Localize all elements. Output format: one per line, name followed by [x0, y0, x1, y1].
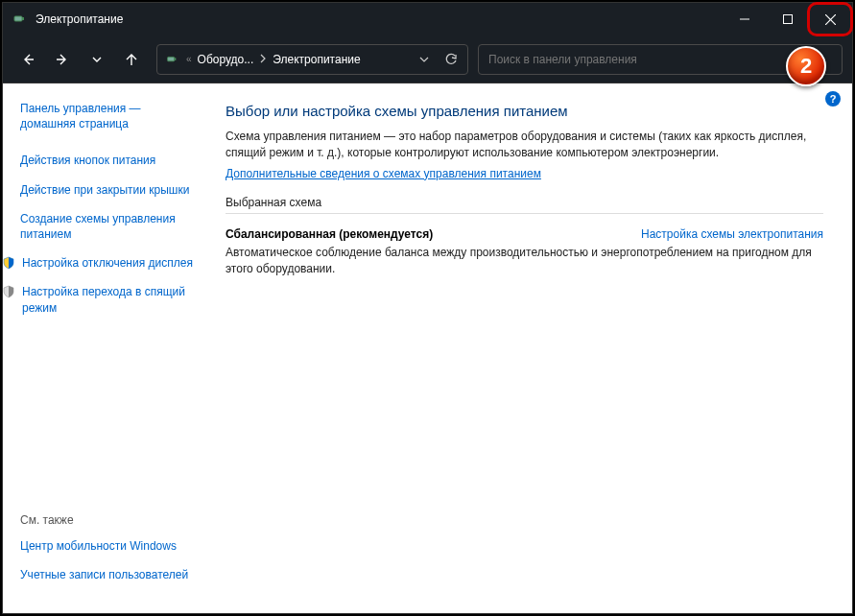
power-options-icon — [11, 11, 28, 28]
recent-dropdown[interactable] — [82, 44, 112, 75]
see-also-heading: См. также — [20, 513, 199, 527]
page-description: Схема управления питанием — это набор па… — [226, 129, 823, 162]
svg-rect-6 — [168, 57, 175, 60]
refresh-button[interactable] — [440, 49, 462, 70]
control-panel-window: Электропитание — [2, 2, 853, 614]
address-bar[interactable]: « Оборудо... Электропитание — [156, 44, 468, 75]
back-button[interactable] — [12, 44, 43, 75]
step-number-badge: 2 — [786, 46, 826, 86]
sidebar-item-label: Настройка перехода в спящий режим — [22, 284, 199, 315]
refresh-icon — [444, 53, 458, 66]
arrow-up-icon — [124, 52, 139, 67]
sidebar-lid-action-link[interactable]: Действие при закрытии крышки — [20, 182, 199, 198]
content-area: ? Панель управления — домашняя страница … — [3, 83, 852, 613]
chevron-down-icon — [419, 55, 429, 64]
svg-rect-3 — [783, 15, 792, 24]
svg-rect-7 — [175, 58, 177, 60]
selected-plan-label: Выбранная схема — [226, 196, 823, 214]
sidebar-display-off-link[interactable]: Настройка отключения дисплея — [1, 255, 199, 271]
search-input[interactable] — [488, 53, 832, 66]
address-dropdown[interactable] — [414, 49, 435, 70]
minimize-button[interactable] — [723, 3, 766, 36]
sidebar-sleep-link[interactable]: Настройка перехода в спящий режим — [1, 284, 199, 315]
sidebar-user-accounts-link[interactable]: Учетные записи пользователей — [20, 567, 199, 582]
plan-settings-link[interactable]: Настройка схемы электропитания — [641, 227, 823, 241]
chevron-right-icon — [259, 54, 267, 65]
breadcrumb-item[interactable]: Электропитание — [273, 53, 360, 66]
chevron-down-icon — [91, 54, 103, 65]
sidebar-item-label: Настройка отключения дисплея — [22, 255, 193, 271]
breadcrumb-item[interactable]: Оборудо... — [198, 53, 254, 66]
arrow-left-icon — [20, 52, 36, 67]
shield-icon — [1, 284, 16, 299]
sidebar-mobility-link[interactable]: Центр мобильности Windows — [20, 538, 199, 554]
main-panel: Выбор или настройка схемы управления пит… — [212, 83, 852, 613]
up-button[interactable] — [116, 44, 147, 75]
help-icon[interactable]: ? — [825, 91, 841, 107]
window-title: Электропитание — [36, 12, 723, 26]
shield-icon — [1, 255, 16, 271]
titlebar: Электропитание — [3, 3, 852, 36]
close-button[interactable] — [809, 3, 852, 36]
power-options-icon — [163, 51, 180, 68]
arrow-right-icon — [55, 52, 70, 67]
sidebar-home-link[interactable]: Панель управления — домашняя страница — [20, 101, 199, 131]
svg-rect-1 — [22, 17, 24, 20]
sidebar-create-plan-link[interactable]: Создание схемы управления питанием — [20, 211, 199, 242]
more-info-link[interactable]: Дополнительные сведения о схемах управле… — [226, 167, 541, 180]
breadcrumb-separator: « — [186, 54, 192, 64]
plan-name: Сбалансированная (рекомендуется) — [226, 227, 433, 241]
plan-description: Автоматическое соблюдение баланса между … — [226, 245, 823, 278]
forward-button[interactable] — [47, 44, 78, 75]
navigation-bar: « Оборудо... Электропитание — [3, 36, 852, 83]
sidebar-button-actions-link[interactable]: Действия кнопок питания — [20, 153, 199, 168]
maximize-button[interactable] — [766, 3, 809, 36]
sidebar: Панель управления — домашняя страница Де… — [3, 83, 212, 613]
svg-rect-0 — [14, 16, 22, 21]
page-heading: Выбор или настройка схемы управления пит… — [226, 103, 823, 119]
